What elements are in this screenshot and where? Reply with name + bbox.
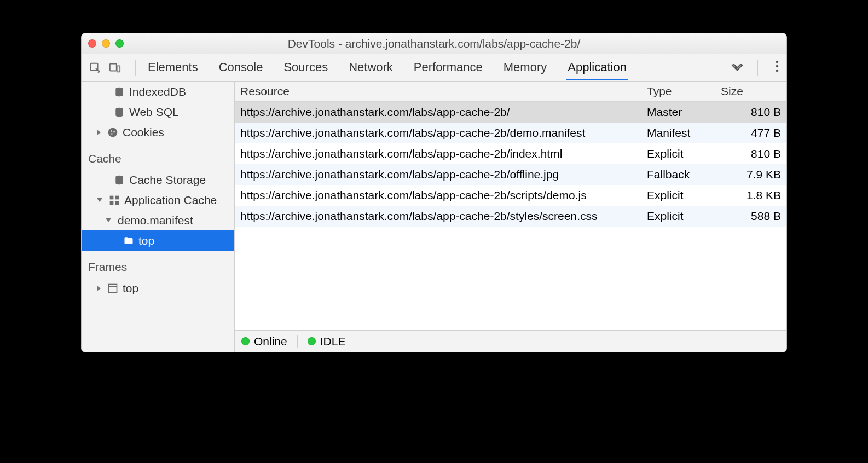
toolbar: Elements Console Sources Network Perform… xyxy=(82,54,786,82)
titlebar: DevTools - archive.jonathanstark.com/lab… xyxy=(82,33,786,54)
minimize-icon[interactable] xyxy=(102,39,110,48)
sidebar-item-app-cache[interactable]: Application Cache xyxy=(82,190,234,210)
status-separator xyxy=(297,335,298,348)
table-cell-size[interactable]: 477 B xyxy=(715,123,786,143)
sidebar-item-label: Cookies xyxy=(123,126,164,139)
svg-rect-16 xyxy=(115,201,119,205)
sidebar-item-websql[interactable]: Web SQL xyxy=(82,102,234,122)
table-cell-size[interactable]: 588 B xyxy=(715,206,786,227)
sidebar-item-label: top xyxy=(123,282,138,295)
sidebar-item-cache-storage[interactable]: Cache Storage xyxy=(82,170,234,190)
status-dot-online-icon xyxy=(241,337,250,345)
table-cell-resource[interactable]: https://archive.jonathanstark.com/labs/a… xyxy=(235,185,641,206)
table-cell-resource[interactable]: https://archive.jonathanstark.com/labs/a… xyxy=(235,143,641,164)
sidebar-item-label: Cache Storage xyxy=(129,173,206,187)
more-tabs-icon[interactable] xyxy=(724,61,751,75)
database-icon xyxy=(114,86,125,97)
sidebar-section-frames: Frames xyxy=(82,251,234,278)
main-panel: Resource Type Size https://archive.jonat… xyxy=(235,82,786,352)
collapse-arrow-icon[interactable] xyxy=(106,218,111,222)
tab-sources[interactable]: Sources xyxy=(282,55,329,80)
sidebar-item-indexeddb[interactable]: IndexedDB xyxy=(82,82,234,102)
grid-icon xyxy=(109,195,120,206)
tab-performance[interactable]: Performance xyxy=(413,55,484,80)
window-title: DevTools - archive.jonathanstark.com/lab… xyxy=(82,37,786,50)
toolbar-separator xyxy=(135,60,136,76)
zoom-icon[interactable] xyxy=(115,39,124,48)
sidebar-item-top[interactable]: top xyxy=(82,230,234,251)
svg-rect-14 xyxy=(115,195,119,199)
svg-point-10 xyxy=(113,131,115,132)
table-cell-resource[interactable]: https://archive.jonathanstark.com/labs/a… xyxy=(235,123,641,143)
col-header-type[interactable]: Type xyxy=(641,82,715,101)
svg-point-11 xyxy=(111,133,113,135)
sidebar-item-label: IndexedDB xyxy=(129,85,186,99)
kebab-menu-icon[interactable] xyxy=(776,60,779,76)
panel-tabs: Elements Console Sources Network Perform… xyxy=(142,55,724,80)
close-icon[interactable] xyxy=(88,39,96,48)
collapse-arrow-icon[interactable] xyxy=(97,198,102,202)
table-cell-size[interactable]: 1.8 KB xyxy=(715,185,786,206)
toolbar-separator xyxy=(757,60,758,76)
sidebar-item-label: top xyxy=(138,234,154,247)
svg-rect-15 xyxy=(110,201,114,205)
svg-rect-2 xyxy=(117,66,120,72)
status-idle: IDLE xyxy=(320,335,346,348)
sidebar-item-frames-top[interactable]: top xyxy=(82,278,234,298)
table-cell-resource[interactable]: https://archive.jonathanstark.com/labs/a… xyxy=(235,102,641,123)
expand-arrow-icon[interactable] xyxy=(97,130,101,135)
sidebar-item-label: Web SQL xyxy=(129,106,179,119)
table-body: https://archive.jonathanstark.com/labs/a… xyxy=(235,102,786,330)
tab-console[interactable]: Console xyxy=(218,55,264,80)
svg-rect-1 xyxy=(110,63,117,71)
table-cell-type[interactable]: Fallback xyxy=(641,164,715,185)
panel-body: IndexedDB Web SQL Cookies Cache Cache St… xyxy=(82,82,786,352)
table-cell-size[interactable]: 810 B xyxy=(715,102,786,123)
col-header-size[interactable]: Size xyxy=(715,82,786,101)
sidebar-item-cookies[interactable]: Cookies xyxy=(82,122,234,142)
svg-point-9 xyxy=(111,130,112,132)
database-icon xyxy=(114,107,125,118)
sidebar: IndexedDB Web SQL Cookies Cache Cache St… xyxy=(82,82,235,352)
table-cell-type[interactable]: Master xyxy=(641,102,715,123)
tab-memory[interactable]: Memory xyxy=(502,55,548,80)
tab-elements[interactable]: Elements xyxy=(147,55,199,80)
tab-network[interactable]: Network xyxy=(348,55,394,80)
frame-icon xyxy=(107,283,118,294)
database-icon xyxy=(114,175,125,186)
table-cell-type[interactable]: Explicit xyxy=(641,185,715,206)
col-header-resource[interactable]: Resource xyxy=(235,82,641,101)
devtools-window: DevTools - archive.jonathanstark.com/lab… xyxy=(81,33,787,352)
svg-point-3 xyxy=(776,60,779,63)
inspect-icon[interactable] xyxy=(89,62,101,74)
table-cell-type[interactable]: Manifest xyxy=(641,123,715,143)
sidebar-item-manifest[interactable]: demo.manifest xyxy=(82,210,234,230)
table-cell-resource[interactable]: https://archive.jonathanstark.com/labs/a… xyxy=(235,206,641,227)
statusbar: Online IDLE xyxy=(235,330,786,352)
traffic-lights xyxy=(88,39,124,48)
table-cell-type[interactable]: Explicit xyxy=(641,143,715,164)
device-toggle-icon[interactable] xyxy=(109,62,121,74)
tab-application[interactable]: Application xyxy=(566,55,628,80)
table-header: Resource Type Size xyxy=(235,82,786,102)
table-cell-size[interactable]: 810 B xyxy=(715,143,786,164)
table-cell-type[interactable]: Explicit xyxy=(641,206,715,227)
svg-rect-13 xyxy=(110,195,114,199)
cookie-icon xyxy=(107,127,118,138)
sidebar-section-cache: Cache xyxy=(82,142,234,170)
sidebar-item-label: Application Cache xyxy=(124,194,217,207)
svg-point-4 xyxy=(776,65,779,67)
svg-rect-17 xyxy=(109,284,117,292)
status-dot-idle-icon xyxy=(308,337,316,345)
sidebar-item-label: demo.manifest xyxy=(118,214,193,227)
folder-icon xyxy=(123,235,134,246)
expand-arrow-icon[interactable] xyxy=(97,286,101,291)
svg-point-8 xyxy=(108,128,118,137)
svg-point-5 xyxy=(776,69,779,72)
status-online: Online xyxy=(254,335,287,348)
table-cell-resource[interactable]: https://archive.jonathanstark.com/labs/a… xyxy=(235,164,641,185)
table-cell-size[interactable]: 7.9 KB xyxy=(715,164,786,185)
